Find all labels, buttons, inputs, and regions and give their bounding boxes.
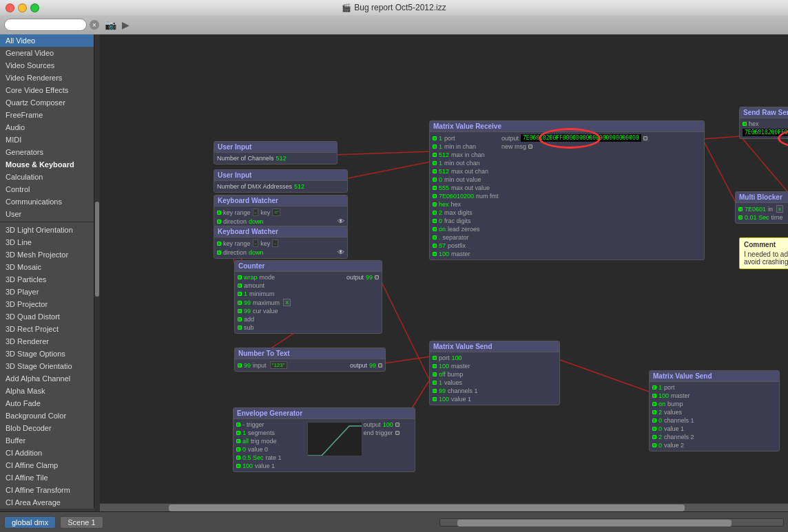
multi-blocker-title: Multi Blocker — [739, 193, 782, 201]
env-inputs: - trigger 1 segments all trig mode — [236, 421, 306, 470]
sidebar-scrollbar[interactable] — [94, 34, 100, 511]
sidebar-item-user[interactable]: User — [0, 208, 94, 220]
mvr-min-in-label: min in chan — [444, 143, 499, 150]
counter-add-row: add — [238, 315, 379, 323]
keyboard-watcher-2-node: Keyboard Watcher key range - key - direc… — [214, 226, 348, 259]
mvs2-master-val: 100 — [659, 392, 669, 399]
env-segments-label: segments — [248, 429, 275, 436]
bottom-hscrollbar[interactable] — [439, 518, 784, 526]
mvr-maxdigits-port — [433, 211, 437, 215]
env-trigger-val: - — [242, 421, 245, 428]
env-rate1-row: 0.5 Sec rate 1 — [236, 454, 306, 462]
mvs2-port-label: port — [664, 384, 675, 391]
sidebar-item-3d-line[interactable]: 3D Line — [0, 236, 94, 248]
sidebar-item-midi[interactable]: MIDI — [0, 134, 94, 146]
sidebar-item-control[interactable]: Control — [0, 183, 94, 195]
sidebar-item-3d-mesh-projector[interactable]: 3D Mesh Projector — [0, 248, 94, 261]
sidebar-item-3d-renderer[interactable]: 3D Renderer — [0, 335, 94, 348]
mvr-max-in-port — [433, 153, 437, 157]
sidebar-item-3d-mosaic[interactable]: 3D Mosaic — [0, 261, 94, 273]
sidebar-item-blob-decoder[interactable]: Blob Decoder — [0, 422, 94, 434]
sidebar-item-audio[interactable]: Audio — [0, 121, 94, 134]
sidebar-item-quartz-composer[interactable]: Quartz Composer — [0, 96, 94, 109]
sidebar-item-3d-projector[interactable]: 3D Projector — [0, 298, 94, 310]
keyboard-watcher-2-body: key range - key - direction down 👁 — [214, 237, 347, 258]
mvs2-header: Matrix Value Send — [650, 371, 779, 382]
sidebar-item-video-sources[interactable]: Video Sources — [0, 59, 94, 72]
mvs1-master-port — [433, 364, 437, 368]
env-trigger-port — [236, 423, 240, 427]
sidebar-item-ci-affine-tile[interactable]: CI Affine Tile — [0, 471, 94, 484]
srs-hex-row: hex — [743, 120, 788, 128]
canvas-hscrollbar-thumb[interactable] — [169, 504, 685, 511]
sidebar-item-calculation[interactable]: Calculation — [0, 171, 94, 183]
mvr-min-out-val-row: 0 min out value — [433, 175, 701, 184]
sidebar-item-3d-player[interactable]: 3D Player — [0, 286, 94, 298]
mvs2-v2-port — [652, 443, 656, 447]
mvs2-body: 1 port 100 master on bump 2 values — [650, 382, 779, 451]
env-value0-val: 0 — [242, 446, 246, 453]
srs-val-row: 7E06010200FF000000000000000000000 — [743, 128, 788, 137]
sidebar-item-ci-affine-clamp[interactable]: CI Affine Clamp — [0, 459, 94, 471]
counter-sub-port — [238, 326, 242, 330]
mvs2-ch1-port — [652, 418, 656, 423]
minimize-button[interactable] — [18, 3, 27, 12]
sidebar-item-alpha-mask[interactable]: Alpha Mask — [0, 385, 94, 397]
bottom-hscrollbar-thumb[interactable] — [457, 520, 732, 526]
sidebar-item-ci-area-average[interactable]: CI Area Average — [0, 496, 94, 509]
mvr-max-out-val-row: 555 max out value — [433, 184, 701, 192]
sidebar-scrollbar-thumb[interactable] — [95, 202, 99, 297]
sidebar-item-ci-affine-transform[interactable]: CI Affine Transform — [0, 484, 94, 496]
user-input-2-header: User Input — [214, 170, 347, 181]
canvas-hscrollbar[interactable] — [100, 503, 788, 511]
mvs2-values-val: 2 — [659, 409, 662, 416]
mvr-master-label: master — [451, 251, 470, 257]
search-input[interactable] — [4, 19, 87, 31]
sidebar-item-generators[interactable]: Generators — [0, 146, 94, 158]
mvr-hex-val: hex — [439, 201, 449, 208]
mvs1-channels1-row: 99 channels 1 — [433, 387, 557, 395]
scene1-button[interactable]: Scene 1 — [60, 516, 103, 529]
svg-line-4 — [379, 277, 431, 382]
canvas-area[interactable]: User Input Number of Channels 512 User I… — [100, 34, 788, 511]
sidebar-item-auto-fade[interactable]: Auto Fade — [0, 397, 94, 409]
sidebar-item-add-alpha-channel[interactable]: Add Alpha Channel — [0, 372, 94, 385]
mvs1-bump-label: bump — [448, 371, 464, 378]
sidebar-item-background-color[interactable]: Background Color — [0, 409, 94, 422]
mvr-min-in-port — [433, 145, 437, 149]
sidebar-item-3d-light-orientation[interactable]: 3D Light Orientation — [0, 224, 94, 236]
maximize-button[interactable] — [30, 3, 39, 12]
multi-blocker-node: Multi Blocker 7E0601 in x out 7E0601 0.0… — [735, 191, 788, 224]
sidebar-item-buffer[interactable]: Buffer — [0, 434, 94, 447]
user-input-1-node: User Input Number of Channels 512 — [214, 141, 338, 164]
sidebar-item-general-video[interactable]: General Video — [0, 47, 94, 59]
sidebar-item-3d-quad-distort[interactable]: 3D Quad Distort — [0, 310, 94, 323]
mvr-max-in-row: 512 max in chan — [433, 151, 701, 159]
sidebar-item-ci-addition[interactable]: CI Addition — [0, 447, 94, 459]
sidebar-item-mouse-keyboard[interactable]: Mouse & Keyboard — [0, 158, 94, 171]
snapshot-icon[interactable]: 📷 — [105, 19, 116, 30]
sidebar-item-core-video-effects[interactable]: Core Video Effects — [0, 84, 94, 96]
sidebar-item-3d-rect-project[interactable]: 3D Rect Project — [0, 323, 94, 335]
close-button[interactable] — [6, 3, 14, 12]
play-icon[interactable]: ▶ — [122, 19, 129, 30]
clear-search-button[interactable]: × — [90, 20, 99, 30]
srs-hex-label: hex — [749, 120, 759, 127]
send-raw-serial-body: hex 7E06010200FF000000000000000000000 — [740, 118, 788, 138]
sidebar-item-video-renderers[interactable]: Video Renderers — [0, 72, 94, 84]
global-dmx-button[interactable]: global dmx — [4, 516, 56, 529]
mvs1-values-row: 1 values — [433, 379, 557, 387]
sidebar-item-3d-particles[interactable]: 3D Particles — [0, 273, 94, 286]
user-input-1-body: Number of Channels 512 — [214, 153, 337, 164]
multi-blocker-header: Multi Blocker — [736, 192, 788, 203]
sidebar-item-freeframe[interactable]: FreeFrame — [0, 109, 94, 121]
user-input-2-label: Number of DMX Addresses — [217, 183, 292, 190]
kw2-dir-label: direction — [223, 249, 247, 256]
counter-output-val: 99 — [366, 274, 373, 281]
sidebar-item-3d-stage-orientation[interactable]: 3D Stage Orientatio — [0, 360, 94, 372]
matrix-value-receive-body: 1 port output 7E06010200FF00000000000000… — [430, 132, 704, 259]
sidebar-item-3d-stage-options[interactable]: 3D Stage Options — [0, 348, 94, 360]
sidebar-item-communications[interactable]: Communications — [0, 195, 94, 208]
mvs2-port-in — [652, 385, 656, 390]
sidebar-item-all-video[interactable]: All Video — [0, 34, 94, 47]
